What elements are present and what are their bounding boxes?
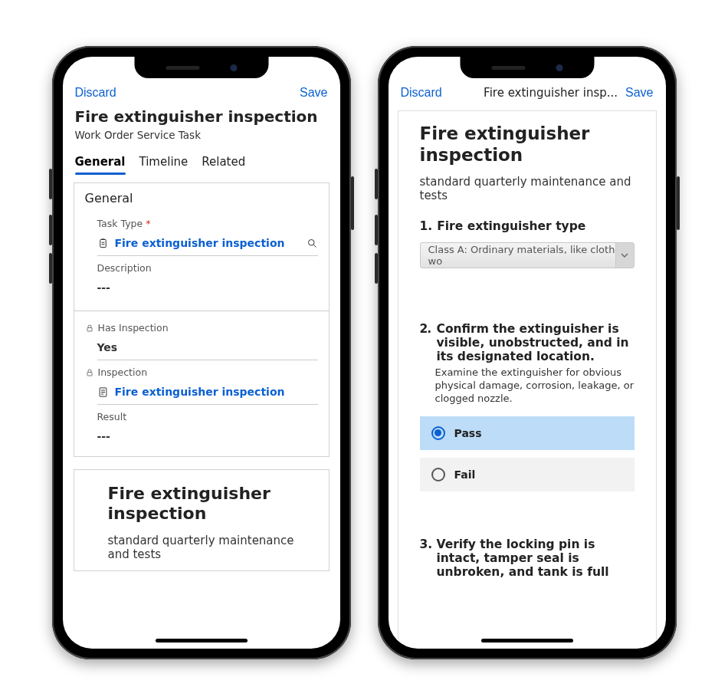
lock-icon [85,324,95,333]
field-label: Result [97,411,127,422]
question-1: 1. Fire extinguisher type [420,219,635,233]
general-section: General Task Type* Fire extinguisher ins… [74,182,330,457]
device-notch [460,57,594,78]
radio-icon [431,426,445,440]
inspection-preview-card[interactable]: Fire extinguisher inspection standard qu… [74,469,330,571]
field-label: Description [97,262,152,274]
option-label: Fail [454,468,476,481]
inspection-title: Fire extinguisher inspection [108,484,295,524]
extinguisher-type-dropdown[interactable]: Class A: Ordinary materials, like cloth,… [420,242,635,268]
field-label: Has Inspection [98,322,169,334]
inspection-form: Fire extinguisher inspection standard qu… [398,110,657,649]
tab-bar: General Timeline Related [63,150,340,175]
phone-frame-left: Discard Save Fire extinguisher inspectio… [52,46,351,659]
field-value: Yes [97,341,118,353]
nav-bar: Discard Save [63,83,340,106]
section-header: General [74,183,329,212]
option-pass[interactable]: Pass [420,416,635,450]
discard-button[interactable]: Discard [75,86,116,100]
field-value: --- [97,430,110,442]
home-indicator [481,639,573,642]
field-result[interactable]: Result --- [74,405,329,449]
inspection-subtitle: standard quarterly maintenance and tests [420,175,635,202]
phone-frame-right: Discard Fire extinguisher insp... Save F… [378,46,677,659]
tab-related[interactable]: Related [202,150,245,175]
field-label: Inspection [98,366,148,378]
question-2: 2. Confirm the extinguisher is visible, … [420,322,635,363]
field-value: Fire extinguisher inspection [115,237,285,249]
field-has-inspection: Has Inspection Yes [74,316,329,360]
tab-timeline[interactable]: Timeline [139,150,189,175]
page-title: Fire extinguisher inspection [63,106,340,127]
option-label: Pass [454,427,482,439]
field-task-type[interactable]: Task Type* Fire extinguisher inspection [74,212,329,256]
svg-point-1 [308,239,314,245]
inspection-subtitle: standard quarterly maintenance and tests [108,534,295,561]
question-text: Verify the locking pin is intact, tamper… [437,537,635,579]
required-marker: * [146,218,150,229]
radio-icon [431,468,445,481]
chevron-down-icon [615,243,634,268]
inspection-title: Fire extinguisher inspection [420,123,635,166]
field-value: --- [97,281,110,294]
svg-rect-3 [87,372,92,376]
save-button[interactable]: Save [300,86,327,100]
svg-rect-2 [87,327,92,331]
save-button[interactable]: Save [625,86,653,100]
question-text: Fire extinguisher type [437,219,585,233]
discard-button[interactable]: Discard [401,86,442,100]
tab-general[interactable]: General [75,150,126,175]
field-inspection[interactable]: Inspection Fire extinguisher inspection [74,360,329,405]
option-fail[interactable]: Fail [420,458,635,491]
search-icon[interactable] [307,238,318,249]
svg-rect-0 [100,239,106,247]
page-subtitle: Work Order Service Task [63,127,340,150]
field-label: Task Type [97,218,143,229]
form-icon [97,386,109,398]
nav-bar: Discard Fire extinguisher insp... Save [389,83,666,106]
field-value: Fire extinguisher inspection [115,386,285,398]
lock-icon [85,368,95,377]
device-notch [134,57,268,78]
dropdown-value: Class A: Ordinary materials, like cloth,… [428,244,626,267]
question-text: Confirm the extinguisher is visible, uno… [437,322,635,363]
question-3: 3. Verify the locking pin is intact, tam… [420,537,635,579]
question-help: Examine the extinguisher for obvious phy… [435,366,635,406]
nav-title: Fire extinguisher insp... [484,86,618,100]
clipboard-icon [97,238,109,249]
field-description[interactable]: Description --- [74,256,329,300]
home-indicator [156,639,248,642]
